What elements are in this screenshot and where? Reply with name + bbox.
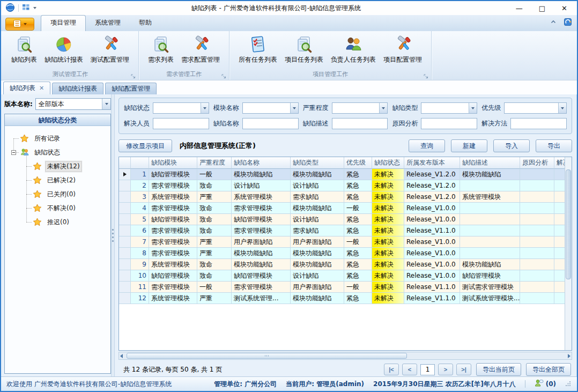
table-row-12[interactable]: 12系统管理模块严重测试系统管理...模块功能缺陷紧急未解决Release_V1… [119, 293, 565, 304]
document-tab-1[interactable]: 缺陷列表✕ [3, 82, 50, 94]
resize-grip-icon[interactable] [565, 380, 572, 388]
query-button[interactable]: 查询 [409, 139, 445, 152]
table-row-2[interactable]: 2需求管理模块致命设计缺陷设计缺陷紧急未解决Release_V1.2.0 [119, 180, 565, 191]
horizontal-scrollbar-thumb[interactable] [127, 353, 407, 359]
layout-icon[interactable] [22, 4, 30, 12]
row-selector-cell[interactable] [119, 293, 131, 304]
prev-page-button[interactable]: < [402, 364, 417, 375]
row-selector-cell[interactable] [119, 191, 131, 203]
row-selector-cell[interactable] [119, 203, 131, 214]
tree-item-resolved[interactable]: 已解决(2) [5, 173, 110, 187]
filter-priority-field[interactable] [504, 102, 567, 114]
filter-module-name-field[interactable] [242, 102, 299, 114]
new-button[interactable]: 新建 [451, 139, 487, 152]
column-header-desc[interactable]: 缺陷描述 [460, 157, 520, 169]
filter-defect-status-dropdown-icon[interactable] [201, 103, 209, 113]
table-row-5[interactable]: 5缺陷管理模块致命缺陷管理模块设计缺陷紧急未解决Release_V1.0.0 [119, 214, 565, 225]
filter-priority-input[interactable] [505, 103, 558, 113]
app-menu-button[interactable] [5, 18, 34, 31]
filter-defect-type-input[interactable] [421, 103, 469, 113]
document-tab-3[interactable]: 缺陷配置管理 [105, 83, 157, 94]
first-page-button[interactable]: |< [384, 364, 399, 375]
column-header-solution[interactable]: 解决方法 [554, 157, 565, 169]
dialog-launcher-icon[interactable] [221, 73, 226, 78]
filter-resolver-input[interactable] [153, 119, 209, 129]
maximize-button[interactable]: □ [539, 5, 545, 12]
table-row-1[interactable]: 1缺陷管理模块一般模块功能缺陷模块功能缺陷紧急未解决Release_V1.2.0… [119, 169, 565, 180]
column-header-analysis[interactable]: 原因分析 [520, 157, 554, 169]
filter-resolver-field[interactable] [153, 118, 209, 129]
ribbon-tab-3[interactable]: 帮助 [130, 16, 161, 31]
filter-defect-name-input[interactable] [243, 119, 298, 129]
tree-item-unresolved[interactable]: 未解决(12) [5, 159, 110, 173]
ribbon-tab-1[interactable]: 项目管理 [41, 15, 86, 31]
messages-indicator[interactable]: (0) [535, 379, 556, 389]
row-selector-cell[interactable] [119, 236, 131, 248]
document-tab-2[interactable]: 缺陷统计报表 [52, 83, 103, 94]
filter-cause-analysis-input[interactable] [421, 119, 477, 129]
table-row-3[interactable]: 3系统管理模块严重系统管理模块需求缺陷紧急未解决Release_V1.2.0系统… [119, 191, 565, 203]
column-header-version[interactable]: 所属发布版本 [404, 157, 460, 169]
filter-defect-type-field[interactable] [421, 102, 477, 114]
vertical-scrollbar-thumb[interactable] [566, 169, 571, 279]
tree-item-not-resolve[interactable]: 不解决(0) [5, 201, 110, 215]
filter-cause-analysis-field[interactable] [421, 118, 477, 129]
table-row-11[interactable]: 11需求管理模块一般需求管理模块用户界面缺陷一般未解决Release_V1.1.… [119, 282, 565, 293]
dialog-launcher-icon[interactable] [131, 73, 136, 78]
ribbon-button[interactable]: 需求列表 [144, 33, 177, 65]
row-selector-cell[interactable] [119, 169, 131, 180]
filter-module-name-input[interactable] [243, 103, 290, 113]
filter-module-name-dropdown-icon[interactable] [290, 103, 298, 113]
page-number-input[interactable] [420, 364, 435, 375]
modify-columns-button[interactable]: 修改显示项目 [118, 139, 172, 152]
export-button[interactable]: 导出 [536, 139, 572, 152]
column-header-name[interactable]: 缺陷名称 [232, 157, 291, 169]
table-row-6[interactable]: 6需求管理模块致命需求管理模块需求缺陷紧急未解决Release_V1.1.0 [119, 225, 565, 236]
column-header-status[interactable]: 缺陷状态 [372, 157, 404, 169]
filter-severity-field[interactable] [332, 102, 388, 114]
tree-item-closed[interactable]: 已关闭(0) [5, 187, 110, 201]
filter-defect-status-field[interactable] [153, 102, 209, 114]
row-selector-cell[interactable] [119, 270, 131, 282]
table-row-7[interactable]: 7需求管理模块严重用户界面缺陷用户界面缺陷一般未解决Release_V1.0.0 [119, 236, 565, 248]
ribbon-button[interactable]: 项目配置管理 [380, 33, 426, 65]
column-header-module[interactable]: 缺陷模块 [149, 157, 197, 169]
ribbon-button[interactable]: 所有任务列表 [235, 33, 281, 65]
column-header-priority[interactable]: 优先级 [344, 157, 372, 169]
row-selector-cell[interactable] [119, 248, 131, 259]
next-page-button[interactable]: > [438, 364, 453, 375]
export-all-pages-button[interactable]: 导出全部页 [526, 363, 571, 376]
tree-item-defect-status[interactable]: 缺陷状态 [5, 145, 110, 159]
close-button[interactable]: ✕ [561, 5, 567, 12]
filter-defect-name-field[interactable] [242, 118, 299, 129]
ribbon-tab-2[interactable]: 系统管理 [86, 16, 130, 31]
version-combo[interactable]: 全部版本 [35, 98, 111, 110]
column-header-severity[interactable]: 严重程度 [197, 157, 232, 169]
row-selector-cell[interactable] [119, 259, 131, 270]
ribbon-button[interactable]: 缺陷列表 [8, 33, 41, 65]
row-selector-cell[interactable] [119, 180, 131, 191]
filter-defect-type-dropdown-icon[interactable] [469, 103, 477, 113]
ribbon-button[interactable]: 负责人任务列表 [327, 33, 380, 65]
ribbon-button[interactable]: 测试配置管理 [87, 33, 133, 65]
filter-severity-dropdown-icon[interactable] [379, 103, 387, 113]
horizontal-scrollbar[interactable] [118, 352, 572, 360]
filter-defect-status-input[interactable] [153, 103, 201, 113]
filter-severity-input[interactable] [332, 103, 380, 113]
collapse-ribbon-icon[interactable] [550, 19, 557, 27]
ribbon-button[interactable]: 项目任务列表 [281, 33, 327, 65]
import-button[interactable]: 导入 [493, 139, 530, 152]
ribbon-button[interactable]: 缺陷统计报表 [41, 33, 87, 65]
panel-splitter[interactable] [111, 94, 115, 376]
ribbon-button[interactable]: 需求配置管理 [177, 33, 224, 65]
row-selector-cell[interactable] [119, 225, 131, 236]
scroll-left-icon[interactable] [120, 354, 123, 358]
last-page-button[interactable]: >| [456, 364, 471, 375]
row-selector-cell[interactable] [119, 282, 131, 293]
tree-item-postponed[interactable]: 推迟(0) [5, 215, 110, 229]
scroll-right-icon[interactable] [568, 354, 570, 358]
filter-solution-field[interactable] [510, 118, 567, 129]
export-current-page-button[interactable]: 导出当前页 [476, 363, 521, 376]
table-row-8[interactable]: 8需求管理模块严重模块功能缺陷模块功能缺陷紧急未解决Release_V1.0.0 [119, 248, 565, 259]
filter-solution-input[interactable] [511, 119, 566, 129]
